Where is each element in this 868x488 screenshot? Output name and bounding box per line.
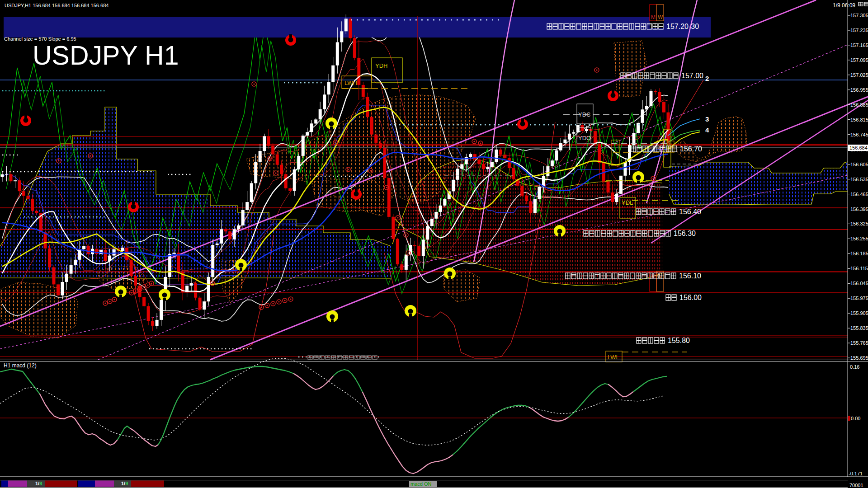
- svg-text:156.885: 156.885: [850, 102, 868, 108]
- svg-text:157.165: 157.165: [850, 42, 868, 48]
- svg-text:1/8: 1/8: [35, 481, 42, 486]
- svg-text:156.465: 156.465: [850, 192, 868, 197]
- svg-text:156.40: 156.40: [679, 208, 701, 216]
- svg-text:156.115: 156.115: [850, 266, 868, 271]
- svg-text:1/9 06:09: 1/9 06:09: [833, 2, 855, 9]
- svg-text:156.684: 156.684: [849, 145, 868, 150]
- svg-text:LWL: LWL: [608, 354, 619, 361]
- svg-text:156.535: 156.535: [850, 177, 868, 182]
- svg-text:155.80: 155.80: [668, 337, 690, 344]
- svg-text:156.00: 156.00: [679, 294, 702, 301]
- svg-text:156.745: 156.745: [850, 132, 868, 137]
- svg-text:156.30: 156.30: [674, 230, 696, 237]
- svg-text:4: 4: [705, 126, 709, 134]
- svg-text:70001: 70001: [849, 483, 863, 488]
- svg-text:156.605: 156.605: [850, 162, 868, 167]
- svg-text:156.815: 156.815: [850, 117, 868, 122]
- svg-text:156.185: 156.185: [850, 251, 868, 256]
- svg-text:YDH: YDH: [375, 62, 387, 69]
- svg-text:157.235: 157.235: [850, 28, 868, 33]
- svg-text:-0.171: -0.171: [849, 471, 863, 476]
- svg-text:macd ON: macd ON: [410, 481, 432, 487]
- svg-text:USDJPY,H1 156.684 156.684 156: USDJPY,H1 156.684 156.684 156.684 156.68…: [5, 3, 108, 8]
- svg-text:0.00: 0.00: [851, 416, 860, 421]
- svg-text:3: 3: [705, 115, 709, 123]
- svg-text:n: n: [669, 141, 672, 146]
- svg-text:157.095: 157.095: [850, 57, 868, 63]
- svg-text:2: 2: [705, 75, 709, 82]
- svg-text:YDL: YDL: [622, 199, 633, 206]
- svg-text:156.70: 156.70: [680, 145, 702, 153]
- svg-text:155.835: 155.835: [850, 325, 868, 331]
- svg-text:156.325: 156.325: [850, 221, 868, 226]
- svg-text:1/9: 1/9: [121, 481, 128, 486]
- svg-text:H1 macd (12): H1 macd (12): [4, 362, 37, 369]
- svg-text:156.255: 156.255: [850, 236, 868, 241]
- svg-text:157.20-30: 157.20-30: [666, 23, 699, 30]
- svg-text:155.765: 155.765: [850, 340, 868, 346]
- svg-text:156.10: 156.10: [679, 272, 701, 280]
- svg-text:M: M: [651, 14, 656, 20]
- svg-text:W: W: [658, 14, 663, 20]
- svg-text:0.16: 0.16: [850, 364, 859, 370]
- svg-text:155.975: 155.975: [850, 296, 868, 301]
- svg-text:156.395: 156.395: [850, 206, 868, 212]
- svg-text:YDO: YDO: [578, 135, 591, 141]
- svg-text:155.905: 155.905: [850, 310, 868, 316]
- svg-text:157.00: 157.00: [681, 72, 703, 80]
- svg-text:LWH: LWH: [344, 80, 357, 86]
- svg-text:156.045: 156.045: [850, 281, 868, 286]
- svg-text:156.955: 156.955: [850, 87, 868, 93]
- svg-text:157.025: 157.025: [850, 72, 868, 78]
- svg-text:157.305: 157.305: [850, 13, 868, 18]
- svg-text:USDJPY H1: USDJPY H1: [33, 41, 179, 70]
